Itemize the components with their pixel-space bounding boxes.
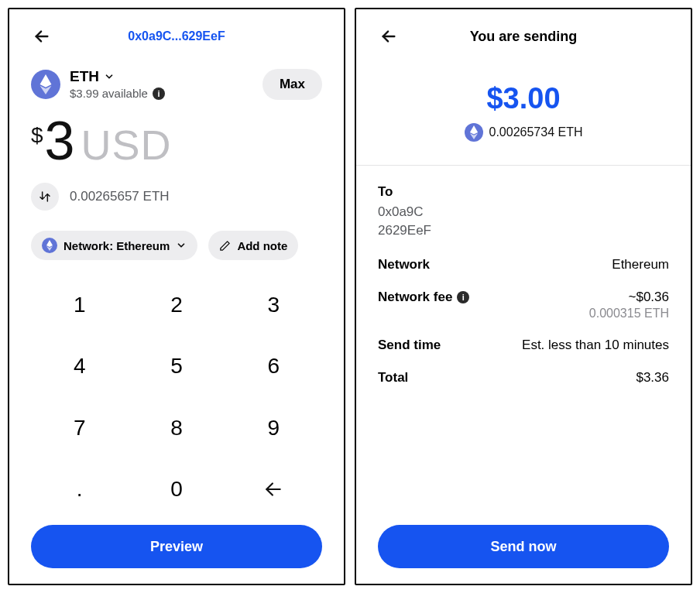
available-balance: $3.99 available i [70, 87, 165, 100]
header-row: You are sending [378, 25, 669, 48]
send-confirm-panel: You are sending $3.00 0.00265734 ETH To … [355, 8, 692, 585]
network-block: Network Ethereum [378, 257, 669, 273]
arrow-left-icon [33, 28, 50, 45]
amount-value: 3 [45, 114, 75, 168]
key-7[interactable]: 7 [31, 397, 128, 459]
key-8[interactable]: 8 [128, 397, 225, 459]
info-icon[interactable]: i [153, 87, 165, 100]
chevron-down-icon [104, 71, 115, 82]
asset-row: ETH $3.99 available i Max [31, 68, 322, 100]
key-1[interactable]: 1 [31, 274, 128, 336]
sendtime-label: Send time [378, 338, 441, 353]
info-icon[interactable]: i [457, 291, 469, 303]
fee-block: Network fee i ~$0.36 0.000315 ETH [378, 290, 669, 320]
currency-label: USD [81, 121, 172, 169]
back-button[interactable] [378, 26, 400, 47]
asset-selector[interactable]: ETH [70, 68, 165, 85]
to-label: To [378, 184, 669, 200]
max-button[interactable]: Max [262, 69, 322, 100]
back-button[interactable] [31, 26, 53, 47]
key-5[interactable]: 5 [128, 336, 225, 398]
converted-amount: 0.00265657 ETH [70, 189, 170, 204]
swap-currency-button[interactable] [31, 183, 59, 211]
add-note-button[interactable]: Add note [208, 231, 298, 260]
total-label: Total [378, 370, 408, 386]
key-dot[interactable]: . [31, 459, 128, 521]
total-value: $3.36 [636, 370, 669, 386]
asset-symbol: ETH [70, 68, 99, 85]
chevron-down-icon [176, 240, 187, 251]
key-backspace[interactable] [225, 459, 322, 521]
to-value: 0x0a9C 2629EeF [378, 203, 669, 240]
network-value: Ethereum [612, 257, 669, 273]
fee-value: ~$0.36 0.000315 ETH [589, 290, 669, 320]
swap-icon [39, 190, 51, 203]
network-label-prefix: Network: [63, 239, 113, 252]
network-label: Network [378, 257, 430, 273]
eth-icon [42, 238, 57, 253]
page-title: You are sending [400, 29, 647, 45]
info-section: To 0x0a9C 2629EeF Network Ethereum Netwo… [378, 184, 669, 386]
preview-button[interactable]: Preview [31, 525, 322, 568]
to-block: To 0x0a9C 2629EeF [378, 184, 669, 240]
asset-info: ETH $3.99 available i [70, 68, 165, 100]
key-6[interactable]: 6 [225, 336, 322, 398]
currency-symbol: $ [31, 123, 43, 148]
network-value: Ethereum [116, 239, 170, 252]
keypad: 1 2 3 4 5 6 7 8 9 . 0 [31, 274, 322, 520]
network-selector[interactable]: Network: Ethereum [31, 231, 197, 260]
add-note-label: Add note [237, 239, 287, 252]
send-now-button[interactable]: Send now [378, 525, 669, 568]
sendtime-value: Est. less than 10 minutes [522, 338, 669, 353]
divider [356, 165, 691, 166]
converted-row: 0.00265657 ETH [31, 183, 322, 211]
key-4[interactable]: 4 [31, 336, 128, 398]
send-amount-panel: 0x0a9C...629EeF ETH $3.99 available i Ma… [8, 8, 345, 585]
eth-icon [465, 123, 483, 142]
amount-display: $ 3 USD [31, 114, 322, 169]
sendtime-block: Send time Est. less than 10 minutes [378, 338, 669, 353]
pencil-icon [219, 240, 231, 252]
summary-sub-value: 0.00265734 ETH [489, 125, 583, 139]
summary-amount: $3.00 [378, 82, 669, 115]
summary-sub: 0.00265734 ETH [378, 123, 669, 142]
eth-icon [31, 70, 60, 99]
key-2[interactable]: 2 [128, 274, 225, 336]
recipient-address[interactable]: 0x0a9C...629EeF [53, 29, 300, 43]
header-row: 0x0a9C...629EeF [31, 25, 322, 48]
fee-label: Network fee i [378, 290, 469, 305]
arrow-left-icon [380, 28, 397, 45]
key-0[interactable]: 0 [128, 459, 225, 521]
key-3[interactable]: 3 [225, 274, 322, 336]
pill-row: Network: Ethereum Add note [31, 231, 322, 260]
total-block: Total $3.36 [378, 370, 669, 386]
arrow-left-icon [263, 479, 283, 499]
key-9[interactable]: 9 [225, 397, 322, 459]
